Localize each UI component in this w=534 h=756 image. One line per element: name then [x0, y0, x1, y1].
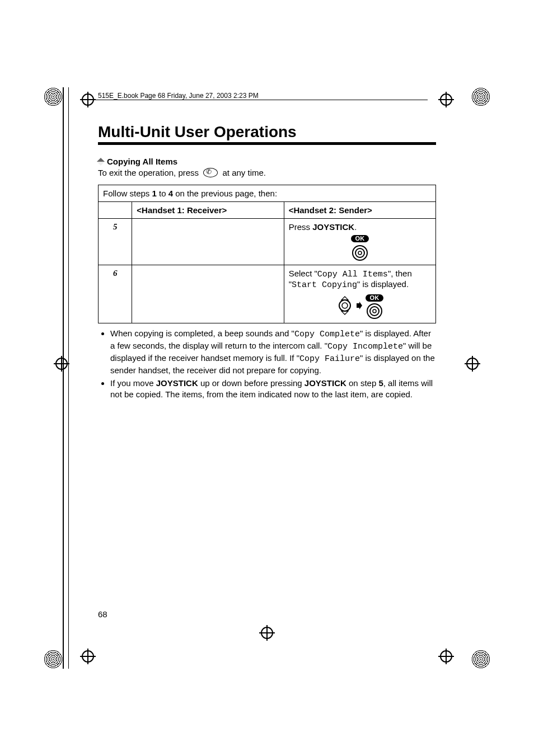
crosshair-icon	[80, 92, 96, 107]
svg-point-0	[353, 246, 367, 260]
crop-line	[92, 100, 428, 100]
crosshair-icon	[54, 356, 69, 372]
blank-header	[99, 201, 132, 218]
title-rule	[98, 142, 436, 145]
copy-incomplete-label: Copy Incomplete	[327, 342, 403, 351]
step5-receiver-cell	[132, 218, 284, 265]
svg-marker-7	[357, 302, 362, 309]
step-ref-5: 5	[378, 378, 383, 388]
follow-steps-row: Follow steps 1 to 4 on the previous page…	[99, 185, 436, 201]
text: on the previous page, then:	[173, 189, 277, 198]
copy-complete-label: Copy Complete	[294, 330, 360, 339]
text: .	[354, 222, 357, 232]
registration-mark-icon	[471, 87, 490, 106]
step6-receiver-cell	[132, 265, 284, 323]
section-heading: Copying All Items	[98, 156, 436, 167]
arrow-right-icon	[357, 302, 362, 309]
text: to	[157, 189, 168, 198]
registration-mark-icon	[44, 650, 63, 669]
copy-all-items-label: Copy All Items	[317, 270, 388, 279]
exit-text-pre: To exit the operation, press	[98, 168, 201, 177]
joystick-icon	[366, 303, 383, 320]
text: Select "	[289, 269, 317, 278]
copy-failure-label: Copy Failure	[299, 354, 360, 364]
svg-point-5	[342, 303, 348, 308]
column-header-sender: <Handset 2: Sender>	[284, 201, 435, 218]
svg-point-8	[367, 304, 382, 318]
exit-text-post: at any time.	[222, 168, 266, 177]
crosshair-icon	[438, 649, 454, 664]
crosshair-icon	[80, 649, 96, 664]
svg-point-1	[355, 248, 364, 257]
crop-line	[68, 87, 69, 669]
text: Follow steps	[103, 189, 152, 198]
text: " is displayed.	[357, 279, 409, 289]
page-number: 68	[98, 609, 107, 619]
svg-point-10	[373, 309, 376, 313]
joystick-label: JOYSTICK	[312, 222, 354, 232]
hangup-button-icon: ✆	[203, 168, 218, 177]
ok-badge: OK	[366, 294, 384, 302]
step5-sender-cell: Press JOYSTICK. OK	[284, 218, 435, 265]
diamond-icon	[97, 158, 105, 166]
text: up or down before pressing	[198, 378, 305, 388]
joystick-updown-icon	[336, 296, 353, 315]
crop-line	[63, 87, 64, 669]
step-ref-4: 4	[168, 189, 173, 198]
svg-point-4	[339, 300, 350, 311]
joystick-label: JOYSTICK	[156, 378, 198, 388]
crosshair-icon	[438, 92, 454, 107]
step-ref-1: 1	[152, 189, 157, 198]
steps-table: Follow steps 1 to 4 on the previous page…	[98, 185, 436, 323]
notes-list: When copying is completed, a beep sounds…	[98, 328, 436, 401]
note-item: When copying is completed, a beep sounds…	[110, 328, 436, 377]
exit-instruction: To exit the operation, press ✆ at any ti…	[98, 167, 436, 179]
section-heading-text: Copying All Items	[107, 157, 177, 166]
column-header-receiver: <Handset 1: Receiver>	[132, 201, 284, 218]
joystick-label: JOYSTICK	[305, 378, 346, 388]
step6-sender-cell: Select "Copy All Items", then "Start Cop…	[284, 265, 435, 323]
note-item: If you move JOYSTICK up or down before p…	[110, 378, 436, 401]
text: Press	[289, 222, 313, 232]
text: If you move	[110, 378, 156, 388]
step-number-5: 5	[99, 218, 132, 265]
step-number-6: 6	[99, 265, 132, 323]
text: on step	[346, 378, 379, 388]
page-title: Multi-Unit User Operations	[98, 123, 436, 141]
start-copying-label: Start Copying	[292, 280, 357, 290]
joystick-icon	[352, 245, 368, 261]
svg-point-9	[370, 307, 379, 316]
book-header: 515E_E.book Page 68 Friday, June 27, 200…	[98, 92, 259, 100]
registration-mark-icon	[471, 650, 490, 669]
svg-point-2	[358, 251, 362, 255]
registration-mark-icon	[44, 87, 63, 106]
ok-badge: OK	[351, 235, 369, 242]
text: When copying is completed, a beep sounds…	[110, 328, 294, 338]
page-content: Multi-Unit User Operations Copying All I…	[98, 123, 436, 644]
crosshair-icon	[465, 356, 480, 372]
